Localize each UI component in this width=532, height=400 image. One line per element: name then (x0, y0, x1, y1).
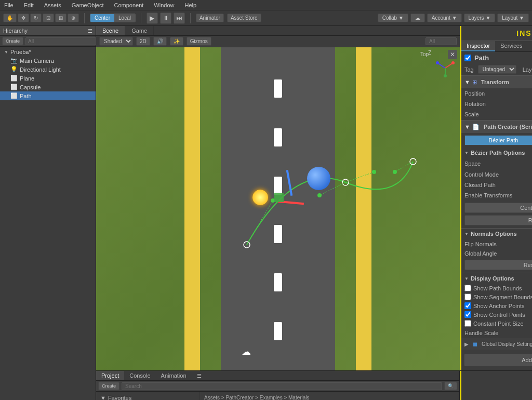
display-options-header[interactable]: ▼ Display Options (461, 273, 532, 284)
inspector-title-bar: INSPECTOR (461, 26, 532, 41)
collab-btn[interactable]: Collab ▼ (378, 14, 408, 22)
selected-object-indicator (274, 193, 284, 202)
inspector-title: INSPECTOR (461, 27, 532, 39)
transform-header[interactable]: ▼ ⊞ Transform ⚙ ≡ (461, 76, 532, 88)
menu-component[interactable]: Component (112, 2, 145, 8)
tab-animation[interactable]: Animation (156, 371, 192, 380)
assets-breadcrumb: Assets > PathCreator > Examples > Materi… (202, 394, 457, 400)
toolbar-move-btn[interactable]: ✥ (18, 14, 29, 22)
scene-viewport[interactable]: ☁ Z Top ✕ (96, 47, 460, 370)
path-creator-header[interactable]: ▼ 📄 Path Creator (Script) ⚙ ≡ (461, 121, 532, 133)
hierarchy-header: Hierarchy ☰ (0, 26, 96, 36)
toolbar-transform-btn[interactable]: ⊕ (68, 14, 79, 22)
center-right-area: Scene Game Shaded 2D 🔊 ✨ Gizmos (96, 26, 532, 400)
hierarchy-directional-light[interactable]: 💡 Directional Light (0, 65, 96, 74)
rotation-label: Rotation (464, 101, 532, 107)
reset-normals-btn[interactable]: Reset Normals (464, 260, 532, 270)
asset-store-btn[interactable]: Asset Store (227, 14, 261, 22)
white-dash-5 (274, 273, 282, 291)
control-mode-label: Control Mode (464, 171, 532, 178)
show-anchor-points-checkbox[interactable] (464, 302, 471, 309)
bottom-inspector-filler (460, 371, 532, 400)
tab-inspector[interactable]: Inspector (461, 41, 495, 51)
project-create-btn[interactable]: Create (98, 382, 119, 390)
position-label: Position (464, 90, 532, 97)
object-enabled-checkbox[interactable] (464, 55, 471, 61)
local-btn[interactable]: Local (114, 14, 135, 22)
hierarchy-item-label: Main Camera (20, 58, 54, 64)
menu-gameobject[interactable]: GameObject (70, 2, 106, 8)
enable-transforms-label: Enable Transforms (464, 192, 532, 198)
inspector-panel: INSPECTOR Inspector Services Navigation … (460, 26, 532, 370)
sprite-object (252, 190, 268, 205)
audio-btn[interactable]: 🔊 (153, 37, 167, 46)
global-angle-label: Global Angle (464, 250, 532, 257)
layers-btn[interactable]: Layers ▼ (464, 14, 496, 22)
show-segment-bounds-checkbox[interactable] (464, 294, 471, 300)
path-creator-tabs: Bézier Path Vertex Path (464, 135, 532, 145)
camera-icon: 📷 (10, 57, 18, 64)
hierarchy-create-btn[interactable]: Create (2, 37, 23, 45)
tab-console[interactable]: Console (124, 371, 155, 380)
add-component-btn[interactable]: Add Component (464, 354, 532, 366)
shading-select[interactable]: Shaded (99, 37, 133, 46)
favorites-item[interactable]: ▼ Favorites (96, 394, 200, 400)
show-segment-bounds-row: Show Segment Bounds (461, 292, 532, 301)
menu-edit[interactable]: Edit (22, 2, 36, 8)
bezier-tab[interactable]: Bézier Path (464, 135, 532, 145)
hierarchy-scene[interactable]: ▼ Prueba* (0, 48, 96, 56)
normals-options-header[interactable]: ▼ Normals Options (461, 229, 532, 239)
hierarchy-menu-icon[interactable]: ☰ (88, 28, 92, 34)
project-search-input[interactable] (122, 382, 442, 390)
hierarchy-path[interactable]: ⬜ Path (0, 91, 96, 100)
toolbar-hand-btn[interactable]: ✋ (3, 14, 17, 22)
tag-dropdown[interactable]: Untagged (478, 65, 516, 74)
assets-view: Assets > PathCreator > Examples > Materi… (200, 392, 459, 400)
show-control-points-checkbox[interactable] (464, 311, 471, 318)
tab-navigation[interactable]: Navigation (527, 41, 532, 51)
path-icon: ⬜ (10, 92, 18, 99)
bezier-options-header[interactable]: ▼ Bézier Path Options (461, 148, 532, 158)
tab-services[interactable]: Services (495, 41, 527, 51)
gizmos-btn[interactable]: Gizmos (187, 37, 211, 46)
tab-scene[interactable]: Scene (96, 26, 125, 35)
toolbar-rotate-btn[interactable]: ↻ (30, 14, 42, 22)
toolbar-rect-btn[interactable]: ⊞ (55, 14, 66, 22)
toolbar: ✋ ✥ ↻ ⊡ ⊞ ⊕ Center Local ▶ ⏸ ⏭ Animator … (0, 10, 532, 26)
hierarchy-main-camera[interactable]: 📷 Main Camera (0, 56, 96, 65)
hierarchy-plane[interactable]: ⬜ Plane (0, 74, 96, 83)
hierarchy-capsule[interactable]: ⬜ Capsule (0, 83, 96, 91)
menu-window[interactable]: Window (152, 2, 176, 8)
play-button[interactable]: ▶ (147, 12, 158, 24)
reset-path-btn[interactable]: Reset Path (464, 215, 532, 225)
menu-file[interactable]: File (2, 2, 16, 8)
scene-search-input[interactable] (425, 37, 457, 45)
menu-help[interactable]: Help (182, 2, 198, 8)
show-path-bounds-checkbox[interactable] (464, 285, 471, 291)
step-button[interactable]: ⏭ (174, 12, 185, 24)
constant-point-size-checkbox[interactable] (464, 320, 471, 327)
hierarchy-item-label: Directional Light (20, 66, 61, 73)
rotation-row: Rotation X Y Z (461, 99, 532, 109)
2d-btn[interactable]: 2D (136, 37, 150, 46)
pause-button[interactable]: ⏸ (160, 12, 171, 24)
control-mode-row: Control Mode Aligned (461, 169, 532, 180)
menu-assets[interactable]: Assets (42, 2, 63, 8)
cloud-btn[interactable]: ☁ (410, 14, 425, 22)
toolbar-scale-btn[interactable]: ⊡ (43, 14, 54, 22)
search-icon-btn[interactable]: 🔍 (444, 382, 457, 390)
account-btn[interactable]: Account ▼ (427, 14, 462, 22)
layout-btn[interactable]: Layout ▼ (497, 14, 529, 22)
show-control-points-row: Show Control Points (461, 310, 532, 319)
tab-game[interactable]: Game (125, 26, 154, 35)
animator-btn[interactable]: Animator (196, 14, 224, 22)
closed-path-row: Closed Path (461, 180, 532, 190)
play-controls: ▶ ⏸ ⏭ (147, 12, 185, 24)
scene-toolbar: Shaded 2D 🔊 ✨ Gizmos (96, 36, 460, 47)
effects-btn[interactable]: ✨ (170, 37, 183, 46)
hierarchy-search-input[interactable] (25, 37, 97, 45)
tab-project[interactable]: Project (96, 371, 124, 380)
center-btn[interactable]: Center (90, 14, 114, 22)
centre-transform-btn[interactable]: Centre Transform (464, 203, 532, 213)
project-menu-icon[interactable]: ☰ (194, 371, 205, 380)
